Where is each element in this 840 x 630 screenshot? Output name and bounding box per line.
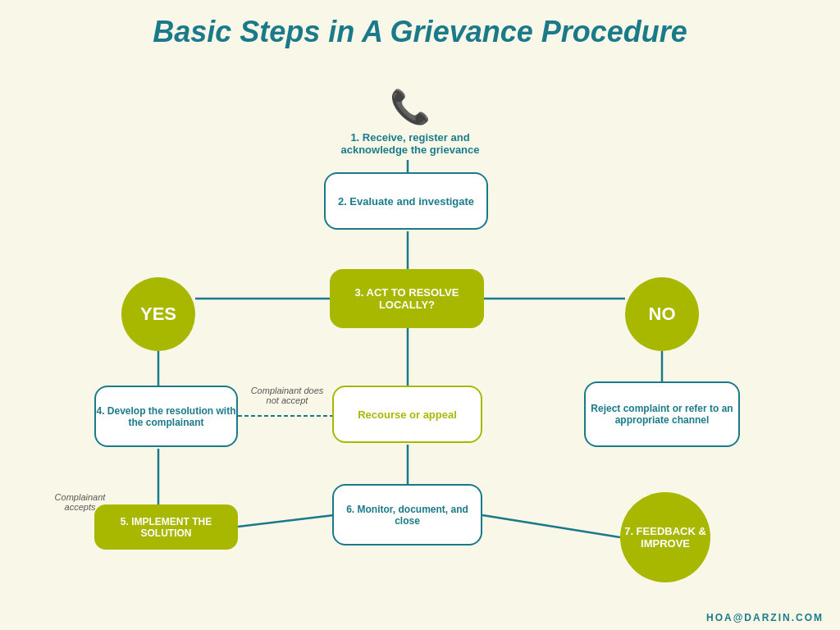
- svg-line-7: [238, 515, 334, 527]
- recourse-box: Recourse or appeal: [332, 386, 482, 443]
- phone-icon: 📞: [386, 82, 435, 131]
- step4-develop: 4. Develop the resolution with the compl…: [94, 386, 238, 447]
- reject-box: Reject complaint or refer to an appropri…: [584, 381, 740, 447]
- svg-line-9: [482, 515, 620, 537]
- step7-feedback: 7. FEEDBACK & IMPROVE: [620, 492, 710, 582]
- step1-label: 1. Receive, register and acknowledge the…: [320, 131, 500, 156]
- page-title: Basic Steps in A Grievance Procedure: [0, 0, 840, 57]
- step5-implement: 5. IMPLEMENT THE SOLUTION: [94, 504, 238, 550]
- watermark: HOA@DARZIN.COM: [706, 612, 824, 623]
- diagram-area: 📞 1. Receive, register and acknowledge t…: [0, 57, 840, 630]
- step3-act: 3. ACT TO RESOLVE LOCALLY?: [330, 269, 484, 328]
- step6-monitor: 6. Monitor, document, and close: [332, 484, 482, 546]
- yes-circle: YES: [121, 277, 195, 351]
- complainant-not-accept-label: Complainant does not accept: [246, 386, 328, 405]
- no-circle: NO: [625, 277, 699, 351]
- step2-evaluate: 2. Evaluate and investigate: [324, 172, 488, 230]
